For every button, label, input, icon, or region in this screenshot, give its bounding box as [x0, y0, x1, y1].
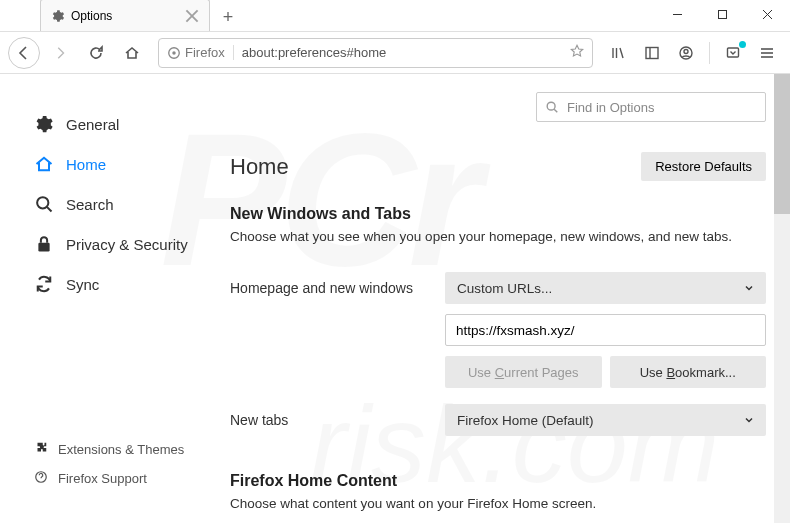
homepage-mode-select[interactable]: Custom URLs...: [445, 272, 766, 304]
tab-options[interactable]: Options: [40, 0, 210, 31]
firefox-icon: [167, 46, 181, 60]
identity-box[interactable]: Firefox: [167, 45, 234, 60]
section-home-content-desc: Choose what content you want on your Fir…: [230, 496, 766, 511]
preferences-content: General Home Search Privacy & Security S…: [0, 74, 790, 523]
sidebar-item-general[interactable]: General: [30, 104, 210, 144]
chevron-down-icon: [744, 413, 754, 428]
svg-rect-21: [38, 243, 49, 252]
back-button[interactable]: [8, 37, 40, 69]
svg-point-14: [684, 49, 688, 53]
gear-icon: [51, 9, 65, 23]
sidebar-label: Home: [66, 156, 106, 173]
window-controls: [655, 0, 790, 28]
sidebar-item-home[interactable]: Home: [30, 144, 210, 184]
scrollbar-thumb[interactable]: [774, 74, 790, 214]
preferences-main: Find in Options Home Restore Defaults Ne…: [210, 74, 790, 523]
sidebar-icon[interactable]: [637, 38, 667, 68]
svg-line-24: [554, 109, 557, 112]
sidebar-item-sync[interactable]: Sync: [30, 264, 210, 304]
page-heading: Home: [230, 154, 289, 180]
search-icon: [545, 100, 559, 114]
account-icon[interactable]: [671, 38, 701, 68]
select-value: Custom URLs...: [457, 281, 552, 296]
home-icon: [34, 154, 54, 174]
forward-button[interactable]: [44, 37, 76, 69]
titlebar: Options +: [0, 0, 790, 32]
window-close-button[interactable]: [745, 0, 790, 28]
options-search[interactable]: Find in Options: [536, 92, 766, 122]
use-bookmark-button[interactable]: Use Bookmark...: [610, 356, 767, 388]
vertical-scrollbar[interactable]: [774, 74, 790, 523]
sidebar-support[interactable]: Firefox Support: [30, 464, 184, 493]
home-button[interactable]: [116, 37, 148, 69]
homepage-buttons: Use Current Pages Use Bookmark...: [445, 356, 766, 388]
sidebar-label: Privacy & Security: [66, 236, 188, 253]
address-bar[interactable]: Firefox about:preferences#home: [158, 38, 593, 68]
section-new-windows-desc: Choose what you see when you open your h…: [230, 229, 766, 244]
homepage-url-input[interactable]: [445, 314, 766, 346]
homepage-label: Homepage and new windows: [230, 280, 445, 296]
maximize-button[interactable]: [700, 0, 745, 28]
url-toolbar: Firefox about:preferences#home: [0, 32, 790, 74]
puzzle-icon: [34, 441, 48, 458]
gear-icon: [34, 114, 54, 134]
svg-rect-15: [728, 48, 739, 57]
menu-icon[interactable]: [752, 38, 782, 68]
chevron-down-icon: [744, 281, 754, 296]
sidebar-label: Sync: [66, 276, 99, 293]
bookmark-star-icon[interactable]: [570, 44, 584, 61]
svg-point-7: [172, 51, 176, 55]
close-tab-icon[interactable]: [185, 9, 199, 23]
new-tab-button[interactable]: +: [214, 3, 242, 31]
sidebar-bottom: Extensions & Themes Firefox Support: [30, 435, 184, 493]
question-icon: [34, 470, 48, 487]
tab-title: Options: [71, 9, 112, 23]
pocket-icon[interactable]: [718, 38, 748, 68]
svg-line-20: [47, 207, 51, 211]
ext-label: Extensions & Themes: [58, 442, 184, 457]
identity-label: Firefox: [185, 45, 225, 60]
svg-rect-11: [646, 47, 658, 58]
restore-defaults-button[interactable]: Restore Defaults: [641, 152, 766, 181]
svg-line-10: [620, 48, 623, 58]
svg-point-19: [37, 197, 48, 208]
toolbar-separator: [709, 42, 710, 64]
url-text: about:preferences#home: [242, 45, 562, 60]
sync-icon: [34, 274, 54, 294]
svg-rect-3: [719, 10, 727, 18]
support-label: Firefox Support: [58, 471, 147, 486]
svg-point-23: [547, 102, 555, 110]
library-icon[interactable]: [603, 38, 633, 68]
sidebar-item-privacy[interactable]: Privacy & Security: [30, 224, 210, 264]
reload-button[interactable]: [80, 37, 112, 69]
preferences-sidebar: General Home Search Privacy & Security S…: [0, 74, 210, 523]
sidebar-label: General: [66, 116, 119, 133]
lock-icon: [34, 234, 54, 254]
section-new-windows-heading: New Windows and Tabs: [230, 205, 766, 223]
sidebar-item-search[interactable]: Search: [30, 184, 210, 224]
minimize-button[interactable]: [655, 0, 700, 28]
use-current-pages-button[interactable]: Use Current Pages: [445, 356, 602, 388]
sidebar-extensions[interactable]: Extensions & Themes: [30, 435, 184, 464]
section-home-content-heading: Firefox Home Content: [230, 472, 766, 490]
search-placeholder: Find in Options: [567, 100, 654, 115]
search-icon: [34, 194, 54, 214]
newtabs-label: New tabs: [230, 412, 445, 428]
select-value: Firefox Home (Default): [457, 413, 594, 428]
newtabs-select[interactable]: Firefox Home (Default): [445, 404, 766, 436]
sidebar-label: Search: [66, 196, 114, 213]
